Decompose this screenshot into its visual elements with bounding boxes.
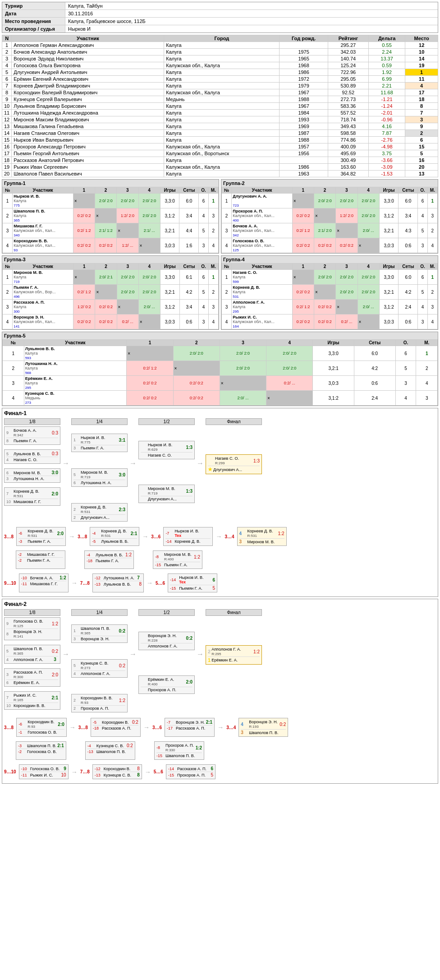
participant-cell: 1987 xyxy=(280,130,328,137)
participant-cell: 2 xyxy=(405,130,438,137)
participant-cell: 7 xyxy=(2,83,12,89)
player-row: -10 Бочков А. А. 1:2 xyxy=(21,575,66,581)
participant-cell: 7.87 xyxy=(368,130,405,137)
sub-match-1-2: -4 Корнеев Д. В.R:531 2:1 -5 Лукьянов В.… xyxy=(90,527,139,546)
group-col-header: 2 xyxy=(95,187,117,194)
player-row: -10 Голоскова О. В. 9 xyxy=(21,766,66,772)
participant-cell: 15 xyxy=(405,143,438,150)
participant-cell: 300.49 xyxy=(328,157,368,164)
participant-cell: 19 xyxy=(405,62,438,69)
arrow-2: → xyxy=(129,418,137,508)
player-row: 6 Лутошкина Н. А. xyxy=(73,480,125,485)
player-row: -5 Короходкин В. 0:2 xyxy=(93,719,138,726)
player-row: 6 Ерёмкин Е. А. xyxy=(6,680,58,685)
participant-cell: 1968 xyxy=(280,62,328,69)
group-table: №Участник1234ИгрыСетыО.М.1Нагаев С. О.Ка… xyxy=(221,263,438,329)
participant-cell: Калуга xyxy=(164,123,280,130)
arrow-1: → xyxy=(62,418,69,508)
group-col-header: № xyxy=(222,187,232,194)
group-col-header: М. xyxy=(427,263,437,270)
participant-cell: Калуга xyxy=(164,55,280,62)
participant-cell: 15 xyxy=(2,137,12,143)
player-row: 2 Прохоров А. П. xyxy=(73,706,125,711)
participant-cell: -3.66 xyxy=(368,157,405,164)
player-row: -13 Кузнецов С. В. 8 xyxy=(95,772,140,778)
player-row: Нагаев С. О.R:299 1:3 xyxy=(208,456,260,466)
participant-cell: 1967 xyxy=(280,89,328,96)
player-row: -6 Короходкин В.R:93 2:0 xyxy=(18,719,64,730)
group-row: 1Лукьянов В. Б.Калуга593×2:0/ 2:02:0/ 2:… xyxy=(3,346,438,361)
player-row: -15 Шваполов П. В. xyxy=(156,753,202,758)
participant-cell: 20 xyxy=(2,171,12,177)
participant-cell: 11 xyxy=(405,76,438,83)
th-n: N xyxy=(2,35,12,42)
col2-final: Финал 2 Апполонов Г. А.R:295 1:2 1 Ерёмк… xyxy=(206,609,262,666)
group-title: Группа-4 xyxy=(221,256,438,263)
group-table: №Участник1234ИгрыСетыО.М.1Миронов М. В.К… xyxy=(2,263,219,329)
group-block: Группа-5№Участник1234ИгрыСетыО.М.1Лукьян… xyxy=(2,332,438,406)
group-row: 4Воронцов Э. Н.Калужская обл., Кал...141… xyxy=(3,314,219,329)
participant-cell: 1975 xyxy=(280,49,328,55)
col2-label-1-8: 1/8 xyxy=(4,609,60,616)
sub2-match-1-4: 4 Воронцов Э. Н.R:193 0:2 3 Шваполов П. … xyxy=(238,718,288,737)
player-row: 9 Голоскова О. В.R:125 1:2 xyxy=(6,619,58,629)
player-row: -12 Лутошкина Н. А. 7 xyxy=(95,575,142,581)
participant-cell: 8 xyxy=(2,89,12,96)
group-col-header: Участник xyxy=(24,340,127,346)
place2-match-7-8: -12 Короходкин В. 8 -13 Кузнецов С. В. 8 xyxy=(92,764,142,779)
participant-cell: 1988 xyxy=(280,96,328,103)
participant-cell: Калуга xyxy=(164,83,280,89)
sub-bracket2-row-1: 3…8 -6 Короходкин В.R:93 2:0 -1 Голосков… xyxy=(4,717,436,738)
match-final: Нагаев С. О.R:299 1:3 ★ Длугунович А... xyxy=(206,454,262,474)
sub-bracket-row-1: 3…8 -6 Корнеев Д. В.R:531 2:0 -3 Пьемян … xyxy=(4,526,436,547)
participant-cell: 1972 xyxy=(280,76,328,83)
participant-cell: 2 xyxy=(2,49,12,55)
group-row: 1Миронов М. В.Калуга719×2:0/ 2:12:0/ 2:0… xyxy=(3,270,219,285)
group-col-header: 3 xyxy=(117,187,138,194)
arrow-3: → xyxy=(197,418,204,508)
group-row: 1Длугунович А. А.723×2:0/ 2:02:0/ 2:02:0… xyxy=(222,194,438,208)
group-col-header: Участник xyxy=(232,187,293,194)
place-row-1: 9…10 -10 Бочков А. А. 1:2 -11 Мишакова Г… xyxy=(4,572,436,594)
participant-cell: 163.60 xyxy=(328,164,368,171)
group-col-header: О. xyxy=(395,340,416,346)
participant-cell: 11 xyxy=(2,110,12,116)
participant-cell: 1986 xyxy=(280,164,328,171)
player-row: Нырков И. В.R:629 1:3 xyxy=(141,442,192,453)
participant-cell: 349.43 xyxy=(328,123,368,130)
info-row-tournament: Турнир Калуга, Тайбун xyxy=(2,2,438,10)
col-label-1-8: 1/8 xyxy=(4,418,60,425)
group-col-header: О. xyxy=(418,263,427,270)
group-col-header: Игры xyxy=(379,187,399,194)
info-row-venue: Место проведения Калуга, Грабцевское шос… xyxy=(2,18,438,25)
player-row: -6 Корнеев Д. В.R:531 2:0 xyxy=(18,528,64,539)
player-row: -2 Мишакова Г. Г. xyxy=(18,552,63,558)
participant-cell: 342.03 xyxy=(328,49,368,55)
match-1-8-1: 9 Бочков А. А.R:342 0:3 8 Пьемян Г. А. xyxy=(4,426,60,445)
participant-cell: 0.55 xyxy=(368,42,405,49)
group-col-header: Игры xyxy=(160,263,179,270)
group-row: 3Рассказов А. П.Калуга3001:2/ 0:20:2/ 0:… xyxy=(3,300,219,314)
player-row: -5 Лукьянов В. Б. xyxy=(92,539,137,544)
group-row: 2Корнеев Д. В.Калуга5310:2/ 0:2×2:0/ 2:0… xyxy=(222,285,438,300)
group-col-header: 2 xyxy=(314,187,336,194)
player-row: 10 Короходкин В. В. xyxy=(6,703,58,708)
group-row: 2Пьемян Г. А.Калужская обл., Вор...4960:… xyxy=(3,285,219,300)
participant-cell: Пьемян Георгий Антольевич xyxy=(12,150,164,157)
group-row: 3Бочков А. А.Калужская обл., Кал...3420:… xyxy=(222,223,438,238)
value-venue: Калуга, Грабцевское шоссе, 112Б xyxy=(65,18,148,25)
participant-cell: 18 xyxy=(2,157,12,164)
player-row: -15 Пьемян Г. А. xyxy=(155,562,200,568)
player-row: 5 Лукьянов В. Б. 0:3 xyxy=(6,451,58,457)
participant-cell: 295.27 xyxy=(328,42,368,49)
player-row: Миронов М. В.R:719 1:3 xyxy=(141,486,192,496)
group-title: Группа-1 xyxy=(2,180,219,187)
participant-cell: Длугунович Андрей Антольевич xyxy=(12,69,164,76)
group-col-header: 1 xyxy=(73,263,95,270)
participants-table: N Участник Город Год рожд. Рейтинг Дельт… xyxy=(2,35,438,177)
participant-cell: 2.21 xyxy=(368,83,405,89)
participant-cell: 1963 xyxy=(280,171,328,177)
participant-cell: 9 xyxy=(2,96,12,103)
group-col-header: Игры xyxy=(313,340,354,346)
group-col-header: Игры xyxy=(379,263,399,270)
